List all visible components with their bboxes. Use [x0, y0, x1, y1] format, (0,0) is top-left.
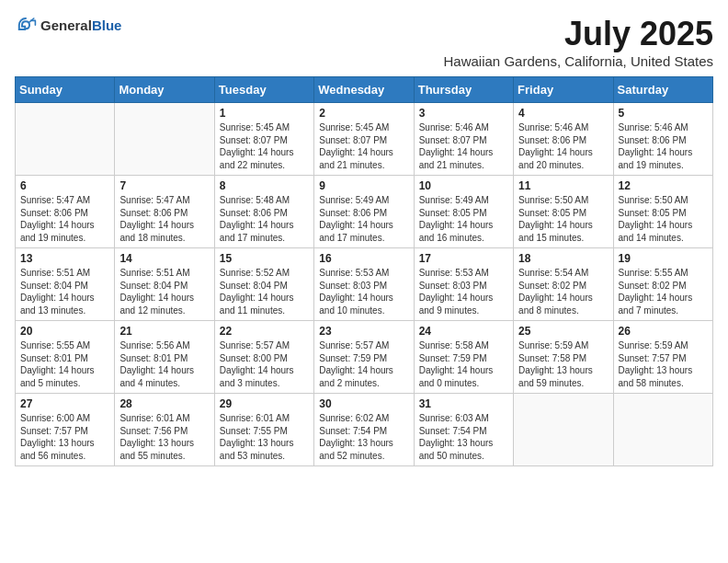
weekday-header-friday: Friday: [514, 77, 613, 103]
day-number: 8: [220, 179, 309, 192]
calendar-day-cell: 24Sunrise: 5:58 AM Sunset: 7:59 PM Dayli…: [414, 321, 513, 394]
day-number: 23: [319, 325, 408, 338]
calendar-week-row: 13Sunrise: 5:51 AM Sunset: 8:04 PM Dayli…: [16, 248, 713, 321]
day-info: Sunrise: 5:57 AM Sunset: 8:00 PM Dayligh…: [220, 339, 309, 389]
day-number: 3: [419, 107, 508, 120]
weekday-header-thursday: Thursday: [414, 77, 513, 103]
day-info: Sunrise: 5:52 AM Sunset: 8:04 PM Dayligh…: [220, 267, 309, 316]
day-number: 18: [518, 252, 608, 265]
calendar-day-cell: 9Sunrise: 5:49 AM Sunset: 8:06 PM Daylig…: [314, 176, 414, 248]
calendar-day-cell: 8Sunrise: 5:48 AM Sunset: 8:06 PM Daylig…: [214, 176, 313, 248]
day-number: 27: [20, 397, 109, 410]
day-number: 14: [119, 252, 209, 265]
calendar-day-cell: 6Sunrise: 5:47 AM Sunset: 8:06 PM Daylig…: [16, 176, 115, 248]
calendar-week-row: 1Sunrise: 5:45 AM Sunset: 8:07 PM Daylig…: [16, 103, 713, 176]
calendar-day-cell: 7Sunrise: 5:47 AM Sunset: 8:06 PM Daylig…: [115, 176, 214, 248]
calendar-day-cell: 17Sunrise: 5:53 AM Sunset: 8:03 PM Dayli…: [414, 248, 513, 321]
calendar-day-cell: 20Sunrise: 5:55 AM Sunset: 8:01 PM Dayli…: [16, 321, 115, 394]
calendar-day-cell: 11Sunrise: 5:50 AM Sunset: 8:05 PM Dayli…: [514, 176, 613, 248]
day-number: 1: [220, 107, 309, 120]
day-number: 30: [319, 397, 408, 410]
calendar-day-cell: 1Sunrise: 5:45 AM Sunset: 8:07 PM Daylig…: [214, 103, 313, 176]
calendar-day-cell: [514, 394, 613, 466]
day-number: 9: [319, 179, 408, 192]
day-number: 2: [319, 107, 408, 120]
calendar-day-cell: [115, 103, 214, 176]
day-number: 28: [119, 397, 209, 410]
day-info: Sunrise: 5:48 AM Sunset: 8:06 PM Dayligh…: [220, 194, 309, 244]
calendar-day-cell: 10Sunrise: 5:49 AM Sunset: 8:05 PM Dayli…: [414, 176, 513, 248]
weekday-header-tuesday: Tuesday: [214, 77, 313, 103]
day-number: 26: [619, 325, 708, 338]
day-number: 10: [419, 179, 508, 192]
day-info: Sunrise: 6:01 AM Sunset: 7:56 PM Dayligh…: [119, 412, 209, 462]
day-info: Sunrise: 5:55 AM Sunset: 8:01 PM Dayligh…: [20, 339, 109, 389]
day-number: 29: [220, 397, 309, 410]
calendar-day-cell: 3Sunrise: 5:46 AM Sunset: 8:07 PM Daylig…: [414, 103, 513, 176]
calendar-table: SundayMondayTuesdayWednesdayThursdayFrid…: [15, 76, 713, 466]
day-info: Sunrise: 6:01 AM Sunset: 7:55 PM Dayligh…: [220, 412, 309, 462]
calendar-week-row: 20Sunrise: 5:55 AM Sunset: 8:01 PM Dayli…: [16, 321, 713, 394]
calendar-day-cell: 30Sunrise: 6:02 AM Sunset: 7:54 PM Dayli…: [314, 394, 414, 466]
weekday-header-sunday: Sunday: [16, 77, 115, 103]
day-number: 25: [518, 325, 608, 338]
day-info: Sunrise: 5:51 AM Sunset: 8:04 PM Dayligh…: [20, 267, 109, 316]
day-info: Sunrise: 5:50 AM Sunset: 8:05 PM Dayligh…: [518, 194, 608, 244]
calendar-day-cell: 5Sunrise: 5:46 AM Sunset: 8:06 PM Daylig…: [613, 103, 712, 176]
logo-general: General: [40, 17, 92, 33]
calendar-day-cell: 2Sunrise: 5:45 AM Sunset: 8:07 PM Daylig…: [314, 103, 414, 176]
day-info: Sunrise: 5:57 AM Sunset: 7:59 PM Dayligh…: [319, 339, 408, 389]
calendar-day-cell: 25Sunrise: 5:59 AM Sunset: 7:58 PM Dayli…: [514, 321, 613, 394]
logo-icon: [15, 15, 37, 37]
day-number: 7: [119, 179, 209, 192]
day-info: Sunrise: 5:45 AM Sunset: 8:07 PM Dayligh…: [319, 121, 408, 171]
day-info: Sunrise: 5:45 AM Sunset: 8:07 PM Dayligh…: [220, 121, 309, 171]
calendar-week-row: 6Sunrise: 5:47 AM Sunset: 8:06 PM Daylig…: [16, 176, 713, 248]
page-header: GeneralBlue July 2025 Hawaiian Gardens, …: [15, 15, 713, 69]
day-number: 24: [419, 325, 508, 338]
day-info: Sunrise: 5:46 AM Sunset: 8:06 PM Dayligh…: [619, 121, 708, 171]
weekday-header-monday: Monday: [115, 77, 214, 103]
day-number: 6: [20, 179, 109, 192]
calendar-day-cell: 18Sunrise: 5:54 AM Sunset: 8:02 PM Dayli…: [514, 248, 613, 321]
calendar-week-row: 27Sunrise: 6:00 AM Sunset: 7:57 PM Dayli…: [16, 394, 713, 466]
day-info: Sunrise: 6:03 AM Sunset: 7:54 PM Dayligh…: [419, 412, 508, 462]
day-number: 21: [119, 325, 209, 338]
day-number: 12: [619, 179, 708, 192]
day-info: Sunrise: 5:50 AM Sunset: 8:05 PM Dayligh…: [619, 194, 708, 244]
day-number: 15: [220, 252, 309, 265]
day-info: Sunrise: 5:46 AM Sunset: 8:06 PM Dayligh…: [518, 121, 608, 171]
day-number: 13: [20, 252, 109, 265]
calendar-day-cell: 28Sunrise: 6:01 AM Sunset: 7:56 PM Dayli…: [115, 394, 214, 466]
day-info: Sunrise: 5:47 AM Sunset: 8:06 PM Dayligh…: [119, 194, 209, 244]
calendar-day-cell: 4Sunrise: 5:46 AM Sunset: 8:06 PM Daylig…: [514, 103, 613, 176]
day-info: Sunrise: 5:59 AM Sunset: 7:57 PM Dayligh…: [619, 339, 708, 389]
day-info: Sunrise: 5:58 AM Sunset: 7:59 PM Dayligh…: [419, 339, 508, 389]
logo-blue: Blue: [92, 17, 122, 33]
day-info: Sunrise: 5:55 AM Sunset: 8:02 PM Dayligh…: [619, 267, 708, 316]
day-info: Sunrise: 5:49 AM Sunset: 8:06 PM Dayligh…: [319, 194, 408, 244]
calendar-day-cell: 12Sunrise: 5:50 AM Sunset: 8:05 PM Dayli…: [613, 176, 712, 248]
day-number: 19: [619, 252, 708, 265]
day-info: Sunrise: 5:49 AM Sunset: 8:05 PM Dayligh…: [419, 194, 508, 244]
day-info: Sunrise: 5:53 AM Sunset: 8:03 PM Dayligh…: [419, 267, 508, 316]
calendar-day-cell: 19Sunrise: 5:55 AM Sunset: 8:02 PM Dayli…: [613, 248, 712, 321]
calendar-day-cell: 15Sunrise: 5:52 AM Sunset: 8:04 PM Dayli…: [214, 248, 313, 321]
calendar-day-cell: 22Sunrise: 5:57 AM Sunset: 8:00 PM Dayli…: [214, 321, 313, 394]
calendar-day-cell: 31Sunrise: 6:03 AM Sunset: 7:54 PM Dayli…: [414, 394, 513, 466]
day-info: Sunrise: 5:54 AM Sunset: 8:02 PM Dayligh…: [518, 267, 608, 316]
month-year-title: July 2025: [444, 15, 713, 53]
day-info: Sunrise: 5:46 AM Sunset: 8:07 PM Dayligh…: [419, 121, 508, 171]
day-info: Sunrise: 5:59 AM Sunset: 7:58 PM Dayligh…: [518, 339, 608, 389]
calendar-day-cell: 29Sunrise: 6:01 AM Sunset: 7:55 PM Dayli…: [214, 394, 313, 466]
calendar-day-cell: 23Sunrise: 5:57 AM Sunset: 7:59 PM Dayli…: [314, 321, 414, 394]
day-number: 5: [619, 107, 708, 120]
calendar-day-cell: 14Sunrise: 5:51 AM Sunset: 8:04 PM Dayli…: [115, 248, 214, 321]
day-number: 11: [518, 179, 608, 192]
day-number: 17: [419, 252, 508, 265]
day-number: 4: [518, 107, 608, 120]
weekday-header-wednesday: Wednesday: [314, 77, 414, 103]
calendar-day-cell: 16Sunrise: 5:53 AM Sunset: 8:03 PM Dayli…: [314, 248, 414, 321]
day-info: Sunrise: 6:00 AM Sunset: 7:57 PM Dayligh…: [20, 412, 109, 462]
calendar-day-cell: 26Sunrise: 5:59 AM Sunset: 7:57 PM Dayli…: [613, 321, 712, 394]
